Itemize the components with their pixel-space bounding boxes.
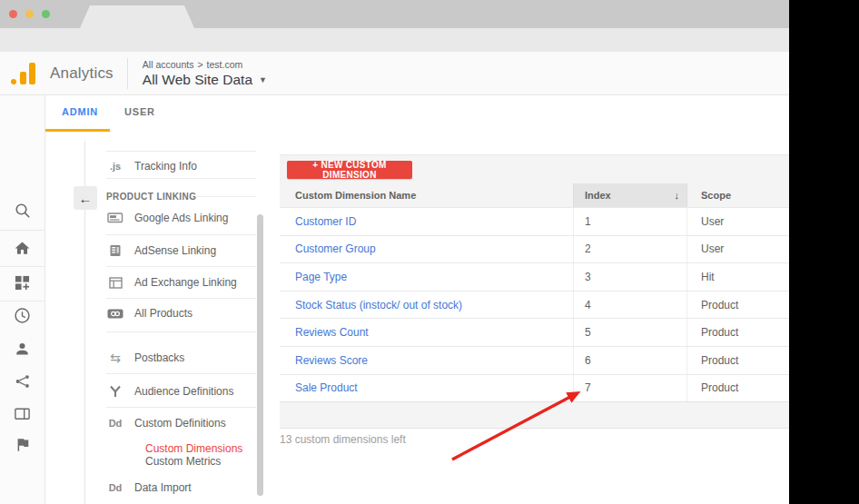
dimension-link[interactable]: Stock Status (instock/ out of stock)	[295, 299, 462, 311]
index-cell: 1	[574, 208, 687, 235]
sidebar-item-label: Postbacks	[134, 351, 184, 364]
index-cell: 6	[574, 347, 687, 374]
scope-cell: User	[687, 236, 789, 263]
admin-tab-bar: ADMIN USER	[45, 95, 789, 133]
attribution-share-icon[interactable]	[0, 373, 44, 390]
tab-admin[interactable]: ADMIN	[62, 106, 98, 117]
dimension-link[interactable]: Reviews Count	[295, 326, 369, 339]
sidebar-divider	[106, 234, 256, 235]
custom-dimensions-table: Custom Dimension Name Index ↓ Scope Cust…	[280, 183, 789, 429]
close-button[interactable]	[9, 10, 17, 18]
table-row: Stock Status (instock/ out of stock) 4 P…	[280, 291, 789, 319]
browser-title-bar	[0, 0, 789, 28]
sidebar-item-label: AdSense Linking	[134, 244, 216, 257]
scope-cell: Product	[687, 292, 789, 319]
breadcrumb-site[interactable]: test.com	[207, 59, 243, 70]
sidebar-item-custom-definitions[interactable]: Dd Custom Definitions	[106, 413, 252, 433]
column-header-name[interactable]: Custom Dimension Name	[280, 183, 574, 207]
scope-cell: Product	[687, 319, 789, 346]
breadcrumb-separator: >	[197, 59, 202, 70]
sidebar-item-label: Google Ads Linking	[134, 212, 228, 224]
link-rings-icon	[106, 309, 124, 319]
sidebar-item-audience-definitions[interactable]: Audience Definitions	[106, 381, 252, 401]
dd-icon: Dd	[106, 482, 124, 493]
dd-icon: Dd	[106, 418, 124, 429]
index-cell: 3	[574, 263, 687, 291]
back-arrow-icon: ←	[79, 191, 93, 206]
sidebar-divider	[106, 331, 256, 332]
conversions-flag-icon[interactable]	[0, 437, 44, 453]
browser-window: Analytics All accounts > test.com All We…	[0, 0, 789, 504]
sidebar-item-label: Ad Exchange Linking	[134, 276, 237, 289]
sidebar-item-custom-metrics[interactable]: Custom Metrics	[145, 455, 221, 468]
sidebar-item-label: Audience Definitions	[134, 385, 233, 398]
browser-tab[interactable]	[80, 5, 194, 28]
scope-cell: Product	[687, 375, 789, 402]
sidebar-item-label: Tracking Info	[134, 160, 197, 173]
sidebar-divider	[106, 298, 256, 299]
audience-y-icon	[106, 385, 124, 398]
index-cell: 5	[574, 319, 687, 346]
sidebar-item-ad-exchange-linking[interactable]: Ad Exchange Linking	[106, 272, 252, 292]
sidebar-item-custom-dimensions[interactable]: Custom Dimensions	[145, 442, 242, 455]
rail-divider	[0, 230, 44, 231]
rail-divider	[0, 266, 44, 267]
behavior-card-icon[interactable]	[0, 405, 44, 422]
dimension-link[interactable]: Customer Group	[295, 242, 376, 255]
sidebar-item-label: Custom Definitions	[134, 417, 226, 430]
ad-exchange-layout-icon	[106, 277, 124, 289]
property-selector[interactable]: All Web Site Data ▼	[143, 72, 267, 88]
property-name: All Web Site Data	[143, 72, 252, 88]
table-header-row: Custom Dimension Name Index ↓ Scope	[280, 183, 789, 207]
desktop-background: Analytics All accounts > test.com All We…	[0, 0, 859, 504]
back-button[interactable]: ←	[74, 186, 97, 210]
scope-cell: Hit	[687, 263, 789, 291]
table-row: Customer ID 1 User	[280, 207, 789, 235]
customization-grid-icon[interactable]	[0, 275, 44, 291]
audience-person-icon[interactable]	[0, 341, 44, 358]
table-footer-band	[280, 401, 789, 429]
browser-toolbar	[0, 28, 789, 52]
tab-user[interactable]: USER	[124, 106, 155, 117]
sidebar-divider	[106, 151, 256, 152]
header-divider	[127, 58, 128, 89]
dimension-link[interactable]: Page Type	[295, 271, 347, 283]
sidebar-item-adsense-linking[interactable]: AdSense Linking	[106, 241, 252, 261]
section-line	[195, 196, 256, 197]
minimize-button[interactable]	[25, 10, 34, 18]
table-row: Customer Group 2 User	[280, 235, 789, 263]
table-row: Sale Product 7 Product	[280, 374, 789, 402]
js-icon: .js	[106, 161, 124, 172]
dimension-link[interactable]: Customer ID	[295, 215, 356, 228]
dimension-link[interactable]: Reviews Score	[295, 354, 368, 367]
sort-descending-icon: ↓	[675, 190, 680, 201]
index-cell: 2	[574, 236, 687, 263]
sidebar-item-data-import[interactable]: Dd Data Import	[106, 478, 252, 498]
column-header-scope[interactable]: Scope	[687, 183, 789, 207]
home-icon[interactable]	[0, 240, 44, 257]
sidebar-item-tracking-info[interactable]: .js Tracking Info	[106, 156, 252, 176]
table-row: Reviews Count 5 Product	[280, 318, 789, 346]
sidebar-divider	[106, 373, 256, 374]
section-product-linking: PRODUCT LINKING	[106, 192, 196, 202]
brand-name: Analytics	[50, 64, 114, 83]
sidebar-item-google-ads-linking[interactable]: Google Ads Linking	[106, 208, 252, 228]
maximize-button[interactable]	[42, 10, 50, 18]
new-custom-dimension-button[interactable]: + NEW CUSTOM DIMENSION	[287, 161, 412, 179]
sidebar-divider	[106, 266, 256, 267]
breadcrumb-accounts[interactable]: All accounts	[143, 59, 194, 70]
table-row: Reviews Score 6 Product	[280, 346, 789, 374]
ad-banner-icon	[106, 212, 124, 223]
sidebar-item-postbacks[interactable]: ⇆ Postbacks	[106, 348, 252, 368]
rail-divider	[0, 301, 44, 301]
index-cell: 4	[574, 292, 687, 319]
breadcrumb: All accounts > test.com	[143, 59, 267, 70]
sync-arrows-icon: ⇆	[106, 351, 124, 365]
analytics-logo-icon	[11, 62, 38, 85]
sidebar-item-all-products[interactable]: All Products	[106, 303, 252, 323]
column-header-index[interactable]: Index ↓	[574, 183, 687, 207]
search-icon[interactable]	[0, 203, 44, 219]
sidebar-scrollbar[interactable]	[257, 214, 263, 496]
dimension-link[interactable]: Sale Product	[295, 381, 358, 394]
realtime-clock-icon[interactable]	[0, 307, 44, 324]
